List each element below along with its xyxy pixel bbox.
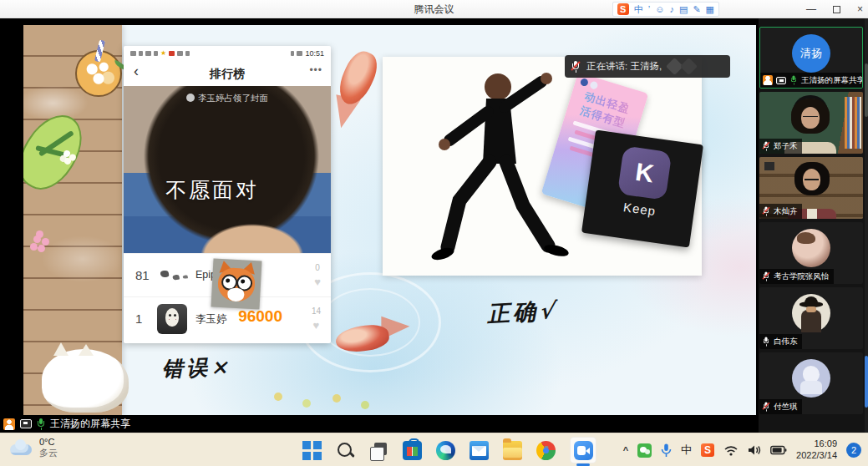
mic-on-icon [790, 75, 797, 84]
microsoft-store-icon[interactable] [403, 441, 422, 460]
pink-flower-doodle [33, 236, 41, 243]
user-name: 李玉婷 [195, 312, 227, 327]
ranking-title: 排行榜 [124, 67, 331, 82]
participant-name: 郑子禾 [774, 141, 798, 152]
edge-browser-icon[interactable] [436, 441, 455, 460]
participant-tile[interactable]: 木灿卉 [759, 157, 863, 219]
rank-number: 81 [135, 268, 150, 282]
ime-lang-icon[interactable]: 中 [634, 3, 643, 16]
clock-date: 2022/3/14 [796, 450, 837, 462]
screen-share-icon [776, 77, 786, 84]
fox-sticker [211, 259, 262, 310]
tencent-meeting-window: 腾讯会议 S 中 ’ ☺ ♪ ▤ ✎ ▦ — × [0, 0, 868, 466]
ime-keyboard-icon[interactable]: ▤ [679, 3, 688, 16]
mail-app-icon[interactable] [470, 441, 489, 460]
chrome-browser-icon[interactable] [536, 441, 556, 460]
ime-toolbox-icon[interactable]: ▦ [706, 3, 714, 16]
clock-time: 16:09 [796, 438, 837, 450]
participant-name: 付竺琪 [774, 402, 798, 413]
participant-tile[interactable]: 考古学院张风怡 [759, 222, 863, 284]
participant-tile[interactable]: 郑子禾 [759, 92, 863, 154]
ime-voice-icon[interactable]: ♪ [669, 3, 674, 16]
phone-clock: 10:51 [305, 49, 324, 58]
participant-tile-active[interactable]: 清扬 王清扬的屏幕共享 [759, 27, 863, 89]
sidebar-scrollbar[interactable] [865, 18, 868, 433]
sogou-logo-icon[interactable]: S [617, 3, 629, 15]
avatar [792, 229, 830, 267]
participant-name: 考古学院张风怡 [774, 271, 830, 282]
wechat-tray-icon[interactable] [637, 443, 652, 458]
start-button[interactable] [302, 441, 322, 460]
photo-caption: 不愿面对 [165, 176, 259, 204]
bird-avatar-icons [160, 270, 169, 277]
wechat-sports-screenshot: ★ 10:51 ‹ 排行榜 ••• 李玉婷占领了封面 不愿面对 81 [124, 46, 331, 343]
scrollbar-indicator[interactable] [865, 356, 868, 408]
phone-status-bar: ★ 10:51 [124, 46, 331, 61]
weather-condition: 多云 [39, 447, 58, 459]
mic-on-icon [763, 337, 769, 346]
minimize-button[interactable]: — [806, 3, 816, 15]
ime-mode-indicator[interactable]: 中 [681, 443, 692, 458]
ime-emoji-icon[interactable]: ☺ [655, 3, 664, 16]
notification-badge[interactable]: 2 [846, 443, 861, 458]
avatar [792, 359, 830, 398]
participant-tile[interactable]: 付竺琪 [759, 352, 863, 414]
window-title: 腾讯会议 [0, 3, 868, 17]
mic-muted-icon [763, 141, 769, 150]
participants-sidebar: 清扬 王清扬的屏幕共享 郑子禾 木灿卉 [759, 18, 868, 433]
censored-name-blob [680, 58, 698, 75]
step-count: 96000 [238, 307, 282, 326]
mic-muted-icon [763, 206, 769, 215]
tencent-meeting-taskbar-icon[interactable] [570, 437, 596, 463]
participant-name: 木灿卉 [774, 206, 798, 217]
maximize-button[interactable] [833, 6, 840, 13]
wifi-icon[interactable] [723, 444, 739, 456]
battery-icon[interactable] [770, 445, 787, 455]
ime-punct-icon[interactable]: ’ [648, 3, 650, 16]
tray-overflow-chevron[interactable]: ^ [623, 445, 628, 455]
mic-tray-icon[interactable] [661, 443, 672, 458]
participant-tile[interactable]: 白伟东 [759, 287, 863, 349]
shared-slide: ★ 10:51 ‹ 排行榜 ••• 李玉婷占领了封面 不愿面对 81 [23, 25, 756, 415]
more-icon: ••• [309, 64, 322, 76]
correct-annotation: 正确√ [486, 296, 558, 329]
heart-icon: ♥ [313, 319, 320, 332]
heart-icon: ♥ [314, 276, 321, 288]
speaking-label: 正在讲话: 王清扬, [586, 60, 662, 73]
cover-note: 李玉婷占领了封面 [124, 93, 331, 104]
mic-on-icon [37, 418, 45, 430]
participant-name: 白伟东 [774, 337, 798, 347]
tencent-meeting-logo [574, 441, 593, 460]
muted-mic-icon [571, 61, 580, 73]
windows-taskbar: 0°C 多云 ^ 中 [0, 433, 868, 466]
keep-app-label: Keep [585, 195, 694, 224]
taskbar-clock[interactable]: 16:09 2022/3/14 [796, 438, 837, 462]
wrong-annotation: 错误× [161, 353, 231, 383]
file-explorer-icon[interactable] [503, 441, 522, 460]
task-view-icon[interactable] [369, 441, 388, 460]
close-button[interactable]: × [857, 3, 863, 15]
taskbar-weather-widget[interactable]: 0°C 多云 [8, 437, 58, 459]
sogou-input-toolbar[interactable]: S 中 ’ ☺ ♪ ▤ ✎ ▦ [612, 2, 719, 17]
screen-share-status-bar: 王清扬的屏幕共享 [0, 415, 759, 433]
sogou-tray-icon[interactable]: S [701, 443, 714, 457]
ime-handwrite-icon[interactable]: ✎ [693, 3, 700, 16]
keep-app-card: K Keep [581, 130, 703, 248]
participant-name: 王清扬的屏幕共享 [801, 75, 863, 86]
volume-icon[interactable] [748, 444, 761, 456]
likes-block: 0 ♥ [314, 259, 321, 289]
keep-app-icon: K [617, 145, 673, 200]
noface-avatar [157, 304, 187, 334]
presenter-icon [3, 418, 15, 430]
white-cat-doodle [42, 349, 129, 413]
avatar [792, 294, 830, 332]
likes-block: 14 ♥ [312, 302, 321, 332]
avatar: 清扬 [792, 34, 830, 73]
status-star-icon: ★ [160, 50, 166, 57]
search-icon[interactable] [336, 441, 355, 460]
presenter-icon [763, 75, 773, 85]
phone-nav-bar: ‹ 排行榜 ••• [124, 61, 331, 86]
titlebar: 腾讯会议 S 中 ’ ☺ ♪ ▤ ✎ ▦ — × [0, 0, 868, 18]
scrollbar-thumb[interactable] [865, 63, 868, 117]
screen-share-icon [20, 419, 32, 428]
